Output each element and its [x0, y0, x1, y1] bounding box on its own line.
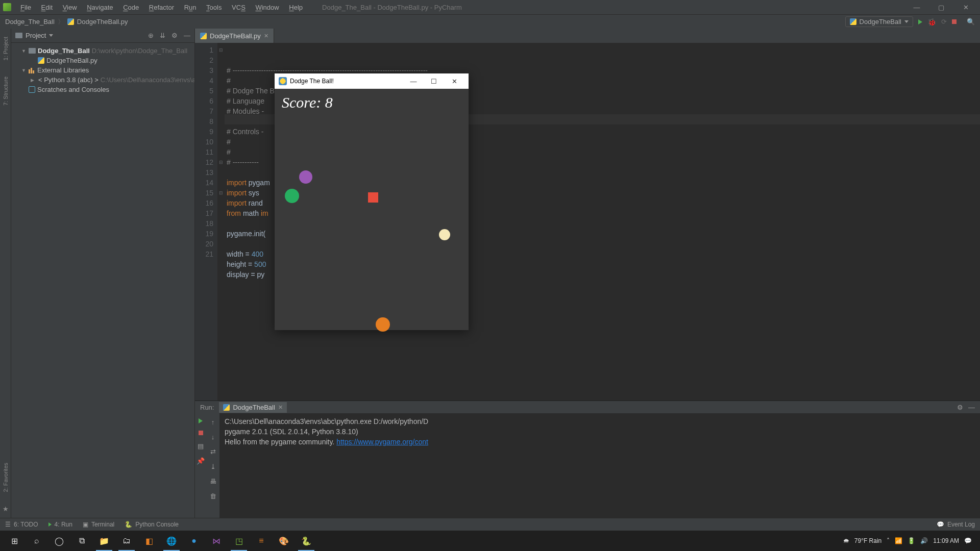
tool-todo[interactable]: ☰6: TODO: [5, 521, 38, 528]
tree-external-libraries[interactable]: ▼ External Libraries: [13, 65, 192, 75]
run-config-selector[interactable]: DodgeTheBall: [845, 16, 913, 27]
menu-vcs[interactable]: VCS: [232, 4, 246, 11]
scroll-icon[interactable]: ⤓: [210, 463, 216, 470]
layout-icon[interactable]: ▤: [198, 442, 204, 450]
taskbar-app[interactable]: ◧: [138, 531, 160, 551]
window-minimize-icon[interactable]: —: [910, 4, 924, 11]
system-tray[interactable]: 🌧 79°F Rain ˄ 📶 🔋 🔊 11:09 AM 💬: [838, 537, 977, 544]
pygame-maximize-icon[interactable]: ☐: [424, 78, 444, 85]
taskbar-cortana-icon[interactable]: ◯: [48, 531, 70, 551]
code-line: height = 500: [227, 260, 266, 268]
start-button[interactable]: ⊞: [3, 531, 26, 551]
menu-code[interactable]: Code: [123, 4, 139, 11]
menu-file[interactable]: File: [20, 4, 31, 11]
run-output[interactable]: C:\Users\Dell\anaconda3\envs\abc\python.…: [219, 413, 980, 518]
wrap-icon[interactable]: ⇄: [210, 448, 216, 456]
pygame-close-icon[interactable]: ✕: [444, 78, 464, 85]
titlebar: File Edit View Navigate Code Refactor Ru…: [0, 0, 980, 14]
python-file-icon: [200, 33, 207, 39]
tree-root[interactable]: ▼ Dodge_The_Ball D:\work\python\Dodge_Th…: [13, 46, 192, 56]
breadcrumb-file[interactable]: DodgeTheBall.py: [77, 18, 128, 26]
locate-icon[interactable]: ⊕: [148, 32, 154, 39]
collapse-icon[interactable]: ⇊: [160, 32, 165, 39]
chevron-down-icon: [904, 20, 909, 23]
battery-icon[interactable]: 🔋: [908, 537, 915, 544]
tab-project[interactable]: 1: Project: [2, 34, 10, 63]
notifications-icon[interactable]: 💬: [964, 537, 972, 544]
tool-terminal[interactable]: ▣Terminal: [83, 521, 114, 528]
menu-view[interactable]: View: [63, 4, 77, 11]
search-icon[interactable]: 🔍: [967, 18, 975, 26]
wifi-icon[interactable]: 📶: [895, 537, 902, 544]
code-line: # Language: [227, 97, 266, 105]
hide-icon[interactable]: —: [184, 32, 190, 39]
line-number-gutter: 123456789101112131415161718192021: [195, 43, 217, 400]
pygame-window[interactable]: Dodge The Ball! — ☐ ✕ Score: 8: [275, 73, 469, 330]
tree-file[interactable]: DodgeTheBall.py: [13, 56, 192, 65]
print-icon[interactable]: 🖶: [210, 478, 216, 485]
close-icon[interactable]: ✕: [278, 404, 283, 411]
menu-window[interactable]: Window: [255, 4, 279, 11]
tab-structure[interactable]: 7: Structure: [2, 73, 10, 109]
window-close-icon[interactable]: ✕: [959, 4, 973, 11]
tree-scratches[interactable]: Scratches and Consoles: [13, 85, 192, 94]
tool-run[interactable]: 4: Run: [48, 521, 72, 528]
menu-edit[interactable]: Edit: [41, 4, 53, 11]
project-tree[interactable]: ▼ Dodge_The_Ball D:\work\python\Dodge_Th…: [11, 43, 194, 97]
tab-favorites[interactable]: 2: Favorites: [2, 460, 10, 495]
pin-icon[interactable]: 📌: [197, 457, 205, 465]
settings-icon[interactable]: ⚙: [957, 404, 963, 411]
taskbar-sublime[interactable]: ≡: [250, 531, 273, 551]
taskbar-pygame[interactable]: 🐍: [295, 531, 317, 551]
trash-icon[interactable]: 🗑: [210, 492, 216, 500]
stop-icon[interactable]: [199, 431, 203, 435]
taskbar-taskview-icon[interactable]: ⧉: [70, 531, 93, 551]
game-ball: [285, 189, 299, 203]
python-file-icon: [223, 404, 230, 411]
run-coverage-icon[interactable]: ⟳: [941, 18, 947, 26]
game-canvas[interactable]: Score: 8: [275, 89, 469, 330]
tree-scratches-label: Scratches and Consoles: [37, 86, 109, 93]
taskbar-search-icon[interactable]: ⌕: [26, 531, 48, 551]
star-icon[interactable]: ★: [3, 505, 9, 513]
taskbar-pycharm[interactable]: ◳: [228, 531, 250, 551]
pygame-titlebar[interactable]: Dodge The Ball! — ☐ ✕: [275, 73, 469, 89]
up-icon[interactable]: ↑: [211, 418, 215, 426]
chevron-down-icon[interactable]: [49, 34, 53, 37]
close-icon[interactable]: ✕: [264, 33, 268, 39]
menu-tools[interactable]: Tools: [206, 4, 222, 11]
run-tab[interactable]: DodgeTheBall ✕: [219, 402, 286, 413]
code-line: # Controls -: [227, 128, 263, 136]
code-line: display = py: [227, 270, 264, 279]
python-file-icon: [38, 57, 44, 64]
tray-chevron-icon[interactable]: ˄: [887, 537, 890, 544]
menu-run[interactable]: Run: [184, 4, 197, 11]
taskbar-chrome[interactable]: 🌐: [160, 531, 183, 551]
taskbar-app[interactable]: 🎨: [273, 531, 295, 551]
output-link[interactable]: https://www.pygame.org/cont: [336, 438, 428, 446]
menu-refactor[interactable]: Refactor: [149, 4, 174, 11]
weather-icon[interactable]: 🌧: [843, 537, 849, 544]
debug-icon[interactable]: 🐞: [927, 18, 936, 26]
tool-python-console[interactable]: 🐍Python Console: [125, 521, 179, 528]
menu-navigate[interactable]: Navigate: [87, 4, 113, 11]
run-icon[interactable]: [918, 19, 922, 24]
menu-help[interactable]: Help: [289, 4, 303, 11]
breadcrumb-root[interactable]: Dodge_The_Ball: [5, 18, 55, 26]
taskbar-vs[interactable]: ⋈: [205, 531, 228, 551]
settings-icon[interactable]: ⚙: [172, 32, 178, 39]
taskbar-app-explorer[interactable]: 📁: [93, 531, 115, 551]
clock[interactable]: 11:09 AM: [933, 537, 959, 544]
rerun-icon[interactable]: [199, 418, 203, 423]
tree-python-env[interactable]: ▶ < Python 3.8 (abc) > C:\Users\Dell\ana…: [13, 75, 192, 85]
taskbar-app[interactable]: ●: [183, 531, 205, 551]
tool-event-log[interactable]: 💬Event Log: [937, 521, 975, 528]
down-icon[interactable]: ↓: [211, 433, 215, 441]
stop-icon[interactable]: [952, 19, 957, 24]
volume-icon[interactable]: 🔊: [920, 537, 928, 544]
editor-tab[interactable]: DodgeTheBall.py ✕: [195, 29, 274, 43]
pygame-minimize-icon[interactable]: —: [403, 78, 424, 85]
taskbar-app-folder[interactable]: 🗂: [115, 531, 138, 551]
window-maximize-icon[interactable]: ▢: [934, 4, 948, 11]
hide-icon[interactable]: —: [968, 404, 975, 411]
